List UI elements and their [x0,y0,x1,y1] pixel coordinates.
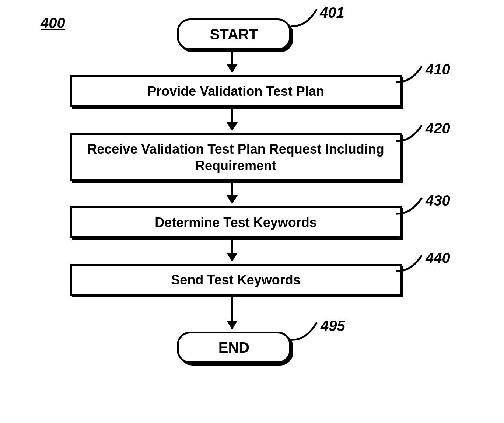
step2-node: Receive Validation Test Plan Request Inc… [70,133,402,181]
step4-ref: 440 [426,250,450,266]
arrow-4 [231,239,233,261]
end-node: END [177,332,291,363]
start-callout [291,7,324,29]
step4-node: Send Test Keywords [70,264,402,296]
end-ref: 495 [321,318,345,334]
step3-text: Determine Test Keywords [155,214,316,231]
arrow-5 [231,296,233,329]
start-ref: 401 [320,4,344,21]
step4-callout [396,254,429,274]
flowchart-canvas: 400 START 401 Provide Validation Test Pl… [0,0,504,423]
step1-ref: 410 [426,61,450,78]
step3-node: Determine Test Keywords [70,206,402,238]
step2-text: Receive Validation Test Plan Request Inc… [76,141,396,174]
step2-callout [396,123,429,144]
step1-text: Provide Validation Test Plan [147,83,324,99]
arrow-1 [231,51,233,72]
step2-ref: 420 [426,120,450,137]
step1-callout [396,64,429,85]
arrow-3 [231,182,233,203]
step3-callout [396,196,429,216]
arrow-2 [231,108,233,130]
step4-text: Send Test Keywords [171,272,300,288]
figure-label: 400 [41,15,65,31]
start-text: START [210,26,258,43]
step1-node: Provide Validation Test Plan [70,75,402,107]
end-text: END [218,339,249,356]
end-callout [291,321,324,343]
step3-ref: 430 [426,192,450,209]
start-node: START [177,18,291,50]
